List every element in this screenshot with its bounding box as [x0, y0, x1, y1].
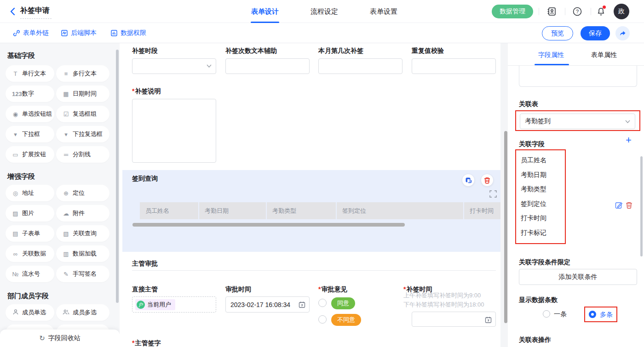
backend-script-button[interactable]: 后端脚本: [61, 23, 97, 43]
serial-number-icon: №: [12, 271, 19, 278]
opinion-label: 审批意见: [318, 285, 347, 294]
field-type-related-query[interactable]: ▧关联查询: [56, 225, 109, 242]
save-button[interactable]: 保存: [581, 26, 610, 40]
field-type-address[interactable]: ◎地址: [6, 185, 54, 201]
approve-time-input[interactable]: 2023-02-17 16:08:34: [225, 296, 310, 313]
field-type-single-line-text[interactable]: T单行文本: [6, 65, 54, 82]
partial-input-box[interactable]: [519, 66, 637, 87]
table-horizontal-scrollbar[interactable]: [132, 223, 405, 227]
related-table-select[interactable]: 考勤签到: [520, 114, 635, 129]
field-type-member-multi[interactable]: 成员多选: [56, 304, 109, 321]
remark-label: 补签说明: [132, 87, 161, 96]
opinion-radio-agree[interactable]: [318, 299, 327, 307]
resign-count-input[interactable]: [225, 58, 310, 74]
field-recycle-bin[interactable]: ↻ 字段回收站: [0, 330, 120, 347]
field-type-attachment[interactable]: ☁附件: [56, 205, 109, 222]
related-query-icon: ▧: [63, 230, 69, 237]
canvas-scrollbar[interactable]: [504, 131, 507, 323]
field-type-extend-button[interactable]: ▭扩展按钮: [6, 146, 54, 163]
tab-form-properties[interactable]: 表单属性: [591, 51, 617, 59]
expand-icon[interactable]: [489, 190, 497, 198]
radio-multi-row-label[interactable]: 多条: [600, 311, 613, 319]
field-type-serial-number[interactable]: №流水号: [6, 266, 54, 282]
radio-single-row-label[interactable]: 一条: [554, 310, 567, 319]
field-type-checkbox-group[interactable]: ☑复选框组: [56, 106, 109, 122]
field-type-multi-dropdown[interactable]: ▾下拉复选框: [56, 126, 109, 142]
data-permission-button[interactable]: 数据权限: [110, 23, 146, 43]
duplicate-check-input[interactable]: [412, 58, 496, 74]
field-type-subform[interactable]: ▤子表单: [6, 225, 54, 242]
field-type-datetime[interactable]: ▦日期时间: [56, 85, 109, 102]
avatar[interactable]: 政: [614, 4, 629, 19]
column-header: 员工姓名: [140, 202, 198, 219]
field-type-radio-group[interactable]: ◉单选按钮组: [6, 106, 54, 122]
related-field-item[interactable]: 打卡时间: [521, 214, 546, 222]
share-button[interactable]: [615, 26, 630, 40]
edit-icon[interactable]: [615, 201, 623, 209]
form-toolbar: 表单外链 后端脚本 数据权限 预览 保存: [0, 23, 644, 43]
field-type-dropdown[interactable]: ▾下拉框: [6, 126, 54, 142]
field-type-image[interactable]: ▨图片: [6, 205, 54, 222]
tab-form-design[interactable]: 表单设计: [251, 7, 279, 16]
field-type-data-load[interactable]: ▥数据加载: [56, 245, 109, 262]
data-manage-button[interactable]: 数据管理: [492, 5, 533, 18]
preview-button[interactable]: 预览: [542, 26, 573, 40]
help-icon[interactable]: ?: [572, 6, 582, 17]
remark-textarea[interactable]: [132, 99, 216, 163]
dropdown-icon: ▾: [12, 131, 19, 138]
tab-field-properties[interactable]: 字段属性: [538, 51, 564, 59]
signin-query-section[interactable]: 签到查询 员工姓名 考勤日期 考勤类型 签到定位 打卡时间: [122, 170, 500, 252]
field-label: 补签时段: [132, 47, 158, 55]
column-header: 考勤日期: [199, 202, 266, 219]
form-canvas: 补签时段 补签次数文本辅助 本月第几次补签 重复值校验 补签说明 签到查询 员工…: [120, 43, 500, 347]
tab-flow-setting[interactable]: 流程设定: [310, 7, 339, 16]
link-icon: [13, 29, 20, 37]
direct-manager-field[interactable]: 户 当前用户: [132, 296, 216, 313]
header-divider: [565, 8, 565, 15]
field-type-member-single[interactable]: 成员单选: [6, 304, 54, 321]
opinion-radio-reject[interactable]: [318, 315, 327, 324]
external-link-button[interactable]: 表单外链: [13, 23, 49, 43]
related-field-item[interactable]: 打卡标记: [521, 229, 546, 237]
field-type-signature[interactable]: ✎手写签名: [56, 266, 109, 282]
radio-multi-row[interactable]: [589, 311, 596, 318]
add-field-icon[interactable]: +: [626, 135, 632, 145]
related-field-item[interactable]: 考勤类型: [521, 185, 546, 193]
resign-time-input[interactable]: [412, 312, 496, 327]
current-user-tag[interactable]: 户 当前用户: [135, 299, 175, 310]
related-field-item[interactable]: 签到定位: [521, 200, 546, 208]
field-label: 重复值校验: [412, 47, 444, 55]
resign-period-select[interactable]: [132, 58, 216, 74]
delete-icon[interactable]: [626, 201, 632, 209]
back-icon[interactable]: [8, 6, 18, 17]
sidebar-scrollbar[interactable]: [116, 50, 119, 303]
field-type-number[interactable]: 123数字: [6, 85, 54, 102]
copy-icon: [465, 177, 472, 184]
month-count-input[interactable]: [318, 58, 402, 74]
delete-field-button[interactable]: [481, 174, 493, 186]
highlight-related-table: 考勤签到: [515, 110, 640, 131]
copy-field-button[interactable]: [462, 174, 474, 186]
related-field-item[interactable]: 员工姓名: [521, 156, 546, 165]
tab-form-setting[interactable]: 表单设置: [369, 7, 398, 16]
resign-time-hint: 下午补签填写补签时间为18:00: [403, 301, 484, 309]
field-type-multi-line-text[interactable]: ≡多行文本: [56, 65, 109, 82]
field-type-divider[interactable]: ═分割线: [56, 146, 109, 163]
radio-single-row[interactable]: [543, 310, 550, 318]
field-type-related-data[interactable]: ∞关联数据: [6, 245, 54, 262]
related-field-item[interactable]: 考勤日期: [521, 171, 546, 179]
agree-pill[interactable]: 同意: [331, 297, 355, 309]
field-type-location[interactable]: ⊕定位: [56, 185, 109, 201]
panel-scrollbar[interactable]: [640, 156, 643, 256]
field-library-sidebar: 基础字段 T单行文本 ≡多行文本 123数字 ▦日期时间 ◉单选按钮组 ☑复选框…: [0, 43, 120, 347]
single-line-text-icon: T: [12, 70, 19, 77]
add-condition-button[interactable]: 添加关联条件: [519, 269, 637, 285]
contacts-icon[interactable]: [546, 6, 557, 17]
form-title[interactable]: 补签申请: [20, 6, 52, 19]
image-icon: ▨: [12, 210, 19, 217]
chevron-down-icon: [625, 120, 630, 123]
approve-time-label: 审批时间: [225, 285, 251, 294]
reject-pill[interactable]: 不同意: [331, 314, 361, 326]
checkbox-group-icon: ☑: [63, 111, 69, 118]
related-data-icon: ∞: [12, 250, 19, 257]
